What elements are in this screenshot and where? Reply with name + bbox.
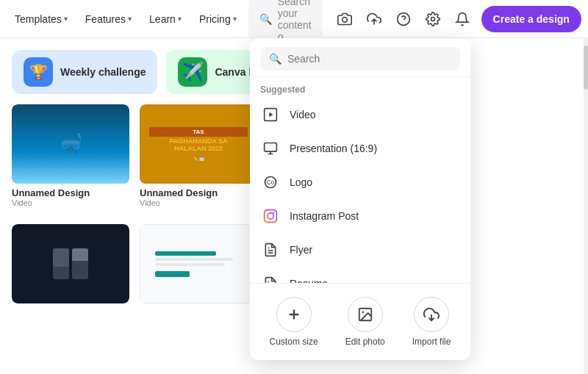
design-sublabel-2: Video [140, 198, 257, 207]
dropdown-item-logo[interactable]: Co Logo [250, 165, 470, 199]
design-card-5[interactable] [140, 224, 257, 303]
notification-icon-button[interactable] [449, 6, 476, 32]
custom-size-button[interactable]: Custom size [261, 292, 327, 351]
dropdown-item-video[interactable]: Video [250, 98, 470, 132]
search-icon: 🔍 [259, 13, 272, 25]
nav-pricing[interactable]: Pricing ▾ [193, 9, 243, 29]
svg-point-17 [273, 212, 275, 214]
instagram-icon [260, 206, 281, 226]
design-card-2[interactable]: TAS PAGHAHANDA SAHALALAN 2022 ✏️ 🗓️ Unna… [140, 104, 257, 217]
design-thumb-2: TAS PAGHAHANDA SAHALALAN 2022 ✏️ 🗓️ [140, 104, 257, 184]
nav-learn[interactable]: Learn ▾ [143, 9, 187, 29]
svg-rect-10 [265, 143, 277, 152]
custom-size-icon [276, 297, 312, 332]
settings-icon-button[interactable] [420, 6, 446, 32]
logo-icon: Co [260, 172, 281, 193]
chevron-down-icon: ▾ [178, 15, 182, 23]
search-dropdown: 🔍 Suggested Video Presentation (16:9) Co… [250, 38, 470, 360]
search-placeholder-text: Search your content o [278, 0, 312, 43]
create-button[interactable]: Create a design [481, 6, 581, 32]
help-icon-button[interactable] [390, 6, 417, 32]
edit-photo-icon [348, 297, 383, 332]
dropdown-item-flyer[interactable]: Flyer [250, 233, 470, 267]
edit-photo-label: Edit photo [345, 337, 385, 347]
weekly-challenge-icon: 🏆 [24, 57, 53, 87]
canva-basics-icon: ✈️ [178, 57, 207, 87]
svg-rect-15 [265, 210, 277, 223]
scrollbar-thumb [584, 46, 588, 90]
import-file-label: Import file [412, 337, 451, 347]
nav-pricing-label: Pricing [199, 13, 231, 25]
weekly-challenge-label: Weekly challenge [60, 66, 146, 78]
design-label-2: Unnamed Design [140, 187, 257, 198]
chevron-down-icon: ▾ [233, 15, 237, 23]
dropdown-item-resume[interactable]: Resume [250, 267, 470, 283]
dropdown-item-presentation-label: Presentation (16:9) [290, 143, 377, 154]
dropdown-item-flyer-label: Flyer [290, 244, 312, 256]
svg-point-0 [342, 17, 347, 22]
dropdown-section-label: Suggested [250, 77, 470, 98]
nav-learn-label: Learn [149, 13, 176, 25]
dropdown-suggested-list: Suggested Video Presentation (16:9) Co L… [250, 77, 470, 283]
dropdown-search-inner: 🔍 [260, 47, 460, 71]
import-file-button[interactable]: Import file [404, 292, 460, 351]
import-file-icon [414, 297, 449, 332]
dropdown-item-resume-label: Resume [290, 278, 328, 283]
flyer-icon [260, 240, 281, 260]
dropdown-item-logo-label: Logo [290, 176, 312, 188]
design-label-1: Unnamed Design [12, 187, 129, 198]
dropdown-actions: Custom size Edit photo Imp [250, 283, 470, 360]
svg-point-33 [362, 311, 364, 313]
video-icon [260, 104, 281, 125]
nav-templates-label: Templates [15, 13, 62, 25]
design-sublabel-1: Video [12, 198, 129, 207]
nav-features[interactable]: Features ▾ [79, 9, 137, 29]
presentation-icon [260, 138, 281, 159]
quick-card-weekly[interactable]: 🏆 Weekly challenge [12, 50, 157, 94]
custom-size-label: Custom size [270, 337, 318, 347]
scrollbar[interactable] [584, 38, 588, 374]
dropdown-item-video-label: Video [290, 109, 316, 121]
camera-icon-button[interactable] [331, 6, 358, 32]
upload-icon-button[interactable] [361, 6, 387, 32]
nav-templates[interactable]: Templates ▾ [9, 9, 74, 29]
dropdown-item-instagram-label: Instagram Post [290, 210, 359, 222]
design-thumb-1: 🤿 [12, 104, 129, 184]
chevron-down-icon: ▾ [128, 15, 132, 23]
resume-icon [260, 273, 281, 283]
dropdown-search-input[interactable] [287, 53, 451, 65]
svg-point-4 [431, 17, 434, 21]
header: Templates ▾ Features ▾ Learn ▾ Pricing ▾… [0, 0, 588, 38]
svg-marker-9 [269, 112, 273, 118]
dropdown-item-presentation[interactable]: Presentation (16:9) [250, 132, 470, 165]
design-card-1[interactable]: 🤿 Unnamed Design Video [12, 104, 129, 217]
svg-point-16 [268, 213, 273, 219]
nav-features-label: Features [85, 13, 126, 25]
design-card-4[interactable] [12, 224, 129, 303]
dropdown-search-icon: 🔍 [269, 53, 282, 65]
dropdown-item-instagram[interactable]: Instagram Post [250, 199, 470, 233]
edit-photo-button[interactable]: Edit photo [337, 292, 394, 351]
header-icons [331, 6, 476, 32]
svg-text:Co: Co [267, 179, 275, 186]
design-thumb-4 [12, 224, 129, 303]
chevron-down-icon: ▾ [64, 15, 68, 23]
design-thumb-5 [140, 224, 257, 303]
dropdown-search-section: 🔍 [250, 38, 470, 77]
